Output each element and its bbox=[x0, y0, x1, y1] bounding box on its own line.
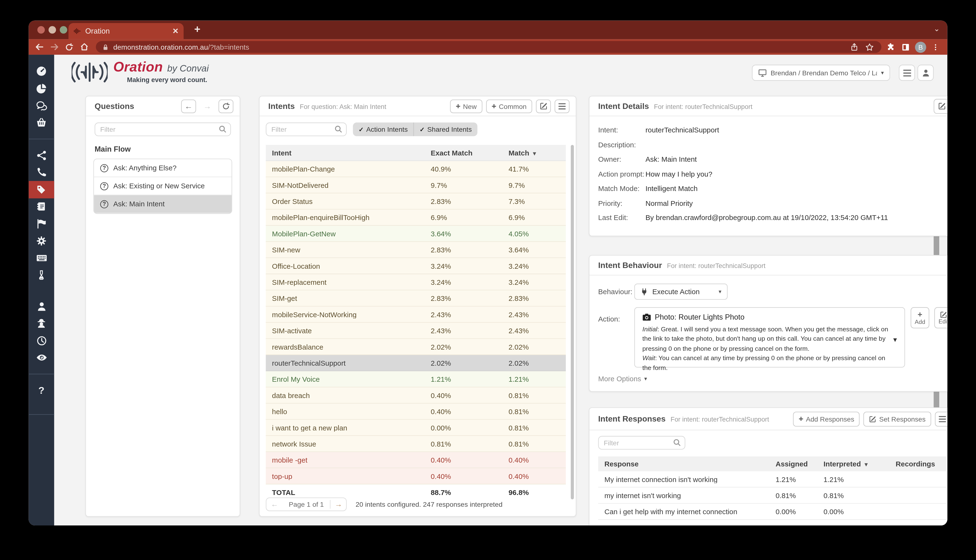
sidebar-item-monitor[interactable] bbox=[28, 349, 54, 366]
environment-selector[interactable]: Brendan / Brendan Demo Telco / Latest ▾ bbox=[752, 65, 890, 81]
home-icon[interactable] bbox=[79, 41, 90, 53]
traffic-light-close[interactable] bbox=[37, 26, 45, 33]
questions-back-button[interactable]: ← bbox=[181, 99, 196, 113]
intent-row[interactable]: SIM-new 2.83% 3.64% bbox=[266, 242, 566, 258]
new-tab-icon[interactable]: + bbox=[194, 23, 201, 36]
intent-row[interactable]: SIM-get 2.83% 2.83% bbox=[266, 290, 566, 307]
intent-row[interactable]: i want to get a new plan 0.00% 0.81% bbox=[266, 420, 566, 436]
intents-table-scrollbar[interactable] bbox=[571, 145, 574, 499]
intent-row[interactable]: network Issue 0.81% 0.81% bbox=[266, 436, 566, 452]
account-button[interactable] bbox=[918, 65, 934, 81]
intent-row[interactable]: routerTechnicalSupport 2.02% 2.02% bbox=[266, 355, 566, 371]
share-network-icon bbox=[37, 150, 46, 160]
reload-icon[interactable] bbox=[64, 41, 75, 53]
action-selector[interactable]: Photo: Router Lights Photo Initial: Grea… bbox=[634, 307, 905, 367]
sidebar-item-agents[interactable] bbox=[28, 315, 54, 332]
app-menu-button[interactable] bbox=[899, 65, 915, 81]
intent-row[interactable]: mobilePlan-enquireBillTooHigh 6.9% 6.9% bbox=[266, 210, 566, 225]
share-icon[interactable] bbox=[849, 41, 860, 53]
page-prev-icon[interactable]: ← bbox=[266, 500, 282, 509]
col-match[interactable]: Match▼ bbox=[509, 149, 566, 157]
response-row[interactable]: My internet connection isn't working 1.2… bbox=[598, 472, 947, 488]
bookmark-star-icon[interactable] bbox=[864, 41, 875, 53]
intent-row[interactable]: top-up 0.40% 0.40% bbox=[266, 468, 566, 484]
sidebar-item-calls[interactable] bbox=[28, 164, 54, 181]
tab-search-chevron-icon[interactable]: ⌄ bbox=[934, 24, 940, 33]
intents-table: Intent Exact Match Match▼ mobilePlan-Cha… bbox=[266, 145, 566, 501]
questions-forward-button[interactable]: → bbox=[200, 99, 215, 113]
toggle-action-intents[interactable]: ✓Action Intents bbox=[353, 123, 414, 136]
intent-row[interactable]: hello 0.40% 0.81% bbox=[266, 403, 566, 420]
chevron-down-icon: ▼ bbox=[892, 337, 898, 343]
questions-refresh-button[interactable] bbox=[219, 99, 234, 113]
responses-filter-input[interactable] bbox=[598, 436, 685, 450]
toggle-shared-intents[interactable]: ✓Shared Intents bbox=[413, 123, 478, 136]
intent-row[interactable]: SIM-NotDelivered 9.7% 9.7% bbox=[266, 177, 566, 193]
edit-intents-button[interactable] bbox=[536, 99, 551, 113]
back-icon[interactable] bbox=[33, 41, 45, 53]
question-list-item[interactable]: ? Ask: Anything Else? bbox=[94, 159, 232, 177]
response-row[interactable]: my internet isn't working 0.81% 0.81% bbox=[598, 488, 947, 503]
page-next-icon[interactable]: → bbox=[330, 500, 346, 509]
intent-row[interactable]: SIM-activate 2.43% 2.43% bbox=[266, 323, 566, 339]
col-interpreted[interactable]: Interpreted▼ bbox=[824, 460, 896, 468]
questions-filter-input[interactable] bbox=[95, 123, 231, 136]
intent-name: network Issue bbox=[266, 440, 431, 447]
intent-row[interactable]: mobile -get 0.40% 0.40% bbox=[266, 452, 566, 468]
intent-name: Order Status bbox=[266, 197, 431, 205]
sidebar-item-history[interactable] bbox=[28, 332, 54, 349]
sidebar-item-intents[interactable] bbox=[28, 181, 54, 198]
behaviour-dropdown[interactable]: Execute Action ▾ bbox=[634, 283, 728, 300]
responses-menu-button[interactable] bbox=[935, 411, 948, 426]
question-list-item[interactable]: ? Ask: Existing or New Service bbox=[94, 177, 232, 195]
intent-row[interactable]: rewardsBalance 2.02% 2.02% bbox=[266, 339, 566, 355]
more-options-link[interactable]: More Options ▾ bbox=[598, 375, 647, 382]
traffic-light-maximize[interactable] bbox=[60, 26, 67, 33]
intent-row[interactable]: mobileService-NotWorking 2.43% 2.43% bbox=[266, 307, 566, 323]
browser-profile-avatar[interactable]: B bbox=[915, 41, 926, 53]
intent-row[interactable]: Enrol My Voice 1.21% 1.21% bbox=[266, 371, 566, 387]
browser-tab[interactable]: Oration ✕ bbox=[69, 23, 184, 39]
sidebar-item-milestones[interactable] bbox=[28, 215, 54, 232]
new-intent-button[interactable]: +New bbox=[450, 99, 482, 113]
extensions-puzzle-icon[interactable] bbox=[885, 41, 896, 53]
intent-exact-match: 3.64% bbox=[431, 230, 509, 237]
sidebar-item-dashboard[interactable] bbox=[28, 63, 54, 80]
forward-icon[interactable] bbox=[48, 41, 60, 53]
sidebar-item-testing[interactable] bbox=[28, 267, 54, 283]
sidebar-item-reports[interactable] bbox=[28, 80, 54, 97]
intent-row[interactable]: MobilePlan-GetNew 3.64% 4.05% bbox=[266, 226, 566, 242]
set-responses-button[interactable]: Set Responses bbox=[864, 411, 931, 426]
edit-action-button[interactable]: Edit bbox=[934, 307, 947, 328]
intent-row[interactable]: SIM-replacement 3.24% 3.24% bbox=[266, 274, 566, 290]
detail-label: Intent: bbox=[598, 126, 645, 133]
traffic-light-minimize[interactable] bbox=[48, 26, 56, 33]
intent-match: 2.43% bbox=[509, 327, 566, 334]
intent-row[interactable]: mobilePlan-Change 40.9% 41.7% bbox=[266, 161, 566, 177]
intent-row[interactable]: Order Status 2.83% 7.3% bbox=[266, 193, 566, 210]
sidebar-item-directory[interactable] bbox=[28, 198, 54, 215]
action-label: Action: bbox=[598, 315, 620, 323]
logo-by: by Convai bbox=[167, 63, 209, 73]
common-intent-button[interactable]: +Common bbox=[486, 99, 532, 113]
edit-details-button[interactable] bbox=[934, 98, 948, 113]
tab-close-icon[interactable]: ✕ bbox=[172, 27, 179, 35]
url-bar[interactable]: demonstration.oration.com.au /?tab=inten… bbox=[96, 41, 881, 53]
sidebar-item-flows[interactable] bbox=[28, 147, 54, 164]
edit-pencil-icon bbox=[940, 311, 948, 318]
sidebar-item-users[interactable] bbox=[28, 298, 54, 315]
sidebar-item-conversations[interactable] bbox=[28, 97, 54, 114]
add-responses-button[interactable]: +Add Responses bbox=[793, 411, 860, 426]
side-panel-icon[interactable] bbox=[900, 41, 911, 53]
sidebar-item-orders[interactable] bbox=[28, 114, 54, 131]
question-list-item[interactable]: ? Ask: Main Intent bbox=[94, 195, 232, 213]
sidebar-item-help[interactable]: ? bbox=[28, 382, 54, 399]
sidebar-item-settings[interactable] bbox=[28, 232, 54, 249]
intent-row[interactable]: Office-Location 3.24% 3.24% bbox=[266, 258, 566, 274]
browser-menu-kebab-icon[interactable] bbox=[930, 41, 941, 53]
sidebar-item-keywords[interactable] bbox=[28, 249, 54, 266]
intents-menu-button[interactable] bbox=[555, 99, 570, 113]
response-row[interactable]: Can i get help with my internet connecti… bbox=[598, 503, 947, 520]
add-action-button[interactable]: + Add bbox=[911, 307, 929, 328]
intent-row[interactable]: data breach 0.40% 0.81% bbox=[266, 387, 566, 403]
